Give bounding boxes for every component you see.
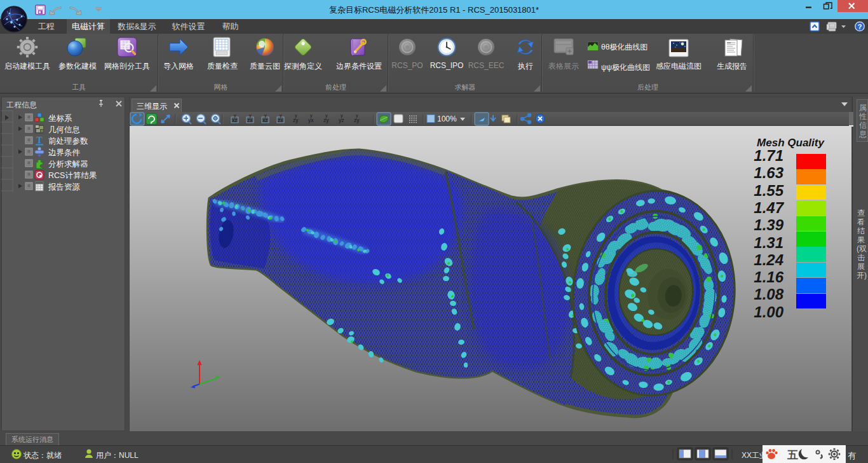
svg-text:zy: zy (354, 117, 360, 123)
svg-text:y: y (325, 113, 328, 118)
svg-text:T: T (36, 135, 43, 145)
svg-text:y: y (356, 113, 358, 118)
svg-text:y: y (280, 113, 282, 118)
svg-text:y: y (341, 113, 343, 118)
svg-text:五: 五 (787, 449, 798, 461)
svg-text:zy: zy (323, 117, 329, 123)
svg-text:y: y (295, 113, 297, 118)
svg-text:zy: zy (293, 117, 299, 123)
svg-text:100%: 100% (437, 114, 457, 123)
svg-text:?: ? (858, 23, 862, 31)
svg-text:yz: yz (339, 117, 344, 123)
svg-text:zx: zx (247, 117, 253, 123)
svg-text:yx: yx (308, 117, 314, 123)
svg-text:xz: xz (262, 117, 268, 123)
svg-text:y: y (310, 113, 313, 118)
svg-text:zx: zx (278, 117, 283, 123)
svg-text:y: y (249, 113, 252, 118)
svg-text:y: y (264, 113, 267, 118)
svg-text:xz: xz (232, 117, 238, 123)
svg-text:y: y (234, 113, 236, 118)
